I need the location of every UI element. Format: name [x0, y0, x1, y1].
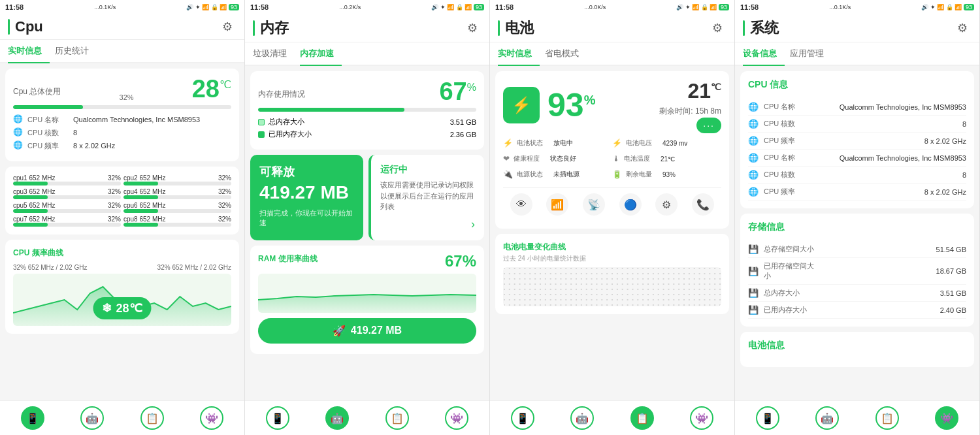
chart-label-left: 32% 652 MHz / 2.02 GHz: [13, 264, 87, 271]
accel-size: 419.27 MB: [259, 182, 354, 203]
accel-desc: 扫描完成，你现在可以开始加速: [259, 208, 354, 228]
bat-gear-icon[interactable]: ⚙: [712, 21, 727, 35]
cpu-chart-card: CPU 频率曲线 32% 652 MHz / 2.02 GHz 32% 652 …: [5, 240, 239, 334]
nav-settings-cpu[interactable]: 👾: [200, 406, 223, 430]
bat-icon-big: ⚡: [503, 87, 540, 123]
cpu-green-bar: [8, 19, 10, 35]
sys-gear-icon[interactable]: ⚙: [957, 21, 972, 35]
ram-chart-title: RAM 使用率曲线: [258, 253, 318, 265]
nav-cpu-cpu[interactable]: 🤖: [80, 406, 104, 430]
mem-header: 内存 ⚙: [245, 14, 489, 42]
nav-settings-bat[interactable]: 👾: [690, 406, 713, 430]
tab-device-sys[interactable]: 设备信息: [743, 42, 785, 66]
sys-cpu-row-0: 🌐 CPU 名称 Qualcomm Technologies, Inc MSM8…: [748, 99, 966, 116]
cpu-usage-pct-label: 32%: [120, 93, 134, 101]
tab-accel-mem[interactable]: 内存加速: [300, 42, 342, 66]
mem-used-label: 已用内存大小: [269, 129, 312, 139]
core-item-1: cpu2 652 MHz32%: [123, 174, 231, 185]
tab-junk-mem[interactable]: 垃圾清理: [253, 42, 295, 66]
bat-wifi-icon[interactable]: 📶: [546, 193, 568, 216]
bat-header: 电池 ⚙: [490, 14, 734, 42]
mem-total-dot: [258, 119, 265, 125]
cpu-percent-row: Cpu 总体使用 32% 28℃: [13, 76, 231, 101]
cpu-gear-icon[interactable]: ⚙: [222, 20, 237, 34]
temp-badge: ❄ 28℃: [93, 297, 151, 319]
sys-status-bar: 11:58 ...0.1K/s 🔊 ✦ 📶 🔒 📶 93: [735, 0, 979, 14]
nav-list-sys[interactable]: 📋: [875, 406, 899, 430]
sys-battery-card: 电池信息: [740, 332, 974, 367]
sys-storage-card: 存储信息 💾 总存储空间大小 51.54 GB 💾 已用存储空间大小 18.67…: [740, 214, 974, 327]
system-panel: 11:58 ...0.1K/s 🔊 ✦ 📶 🔒 📶 93 系统 ⚙ 设备信息 应…: [735, 0, 980, 435]
sys-time: 11:58: [740, 3, 759, 11]
nav-settings-sys[interactable]: 👾: [935, 406, 958, 430]
nav-list-cpu[interactable]: 📋: [140, 406, 164, 430]
core-item-3: cpu4 652 MHz32%: [123, 188, 231, 199]
svg-rect-1: [503, 267, 721, 306]
nav-cpu-sys[interactable]: 🤖: [815, 406, 839, 430]
bat-gear2-icon[interactable]: ⚙: [655, 193, 678, 216]
bat-eye-icon[interactable]: 👁: [510, 193, 532, 216]
memory-panel: 11:58 ...0.2K/s 🔊 ✦ 📶 🔒 📶 93 内存 ⚙ 垃圾清理 内…: [245, 0, 490, 435]
cpu-status-bar: 11:58 ...0.1K/s 🔊 ✦ 📶 🔒 📶 93: [0, 0, 244, 14]
nav-list-mem[interactable]: 📋: [385, 406, 409, 430]
mem-icons: 🔊 ✦ 📶 🔒 📶 93: [431, 4, 484, 10]
bat-row-3: 🌡 电池温度 21℃: [612, 152, 721, 165]
cpu-chart-area: ❄ 28℃: [13, 274, 231, 326]
bat-bt-icon[interactable]: 🔵: [619, 193, 642, 216]
tab-realtime-bat[interactable]: 实时信息: [498, 42, 540, 66]
sys-title: 系统: [750, 18, 957, 38]
cpu-temp-display: 28℃: [192, 76, 231, 101]
mem-total-item: 总内存大小 3.51 GB: [258, 117, 476, 127]
nav-settings-mem[interactable]: 👾: [445, 406, 468, 430]
sys-tabs: 设备信息 应用管理: [735, 42, 979, 66]
cpu-icons: 🔊 ✦ 📶 🔒 📶 93: [186, 4, 239, 10]
ram-chart-card: RAM 使用率曲线 67% 🚀: [250, 246, 484, 354]
mem-used-dot: [258, 131, 265, 138]
bat-tabs: 实时信息 省电模式: [490, 42, 734, 66]
core-item-5: cpu6 652 MHz32%: [123, 202, 231, 213]
sys-cpu-title: CPU 信息: [748, 79, 966, 93]
bat-bottom-nav: 📱 🤖 📋 👾: [490, 400, 734, 435]
mem-running-card: 运行中 该应用需要使用记录访问权限以便展示后台正在运行的应用列表 ›: [368, 155, 484, 240]
tab-apps-sys[interactable]: 应用管理: [790, 42, 832, 66]
cpu-title: Cpu: [15, 18, 222, 35]
cpu-chart-title: CPU 频率曲线: [13, 248, 231, 259]
cpu-globe-icon-0: 🌐: [13, 114, 24, 125]
sys-content: CPU 信息 🌐 CPU 名称 Qualcomm Technologies, I…: [735, 66, 979, 400]
nav-home-cpu[interactable]: 📱: [21, 406, 44, 430]
cpu-usage-label: Cpu 总体使用: [13, 86, 61, 97]
running-arrow[interactable]: ›: [471, 218, 475, 231]
nav-home-sys[interactable]: 📱: [756, 406, 779, 430]
bat-row-1: ⚡ 电池电压 4239 mv: [612, 137, 721, 150]
tab-history-cpu[interactable]: 历史统计: [55, 40, 97, 63]
nav-mem-mem[interactable]: 🤖: [325, 406, 349, 430]
bat-icons: 🔊 ✦ 📶 🔒 📶 93: [676, 4, 729, 10]
bat-row-4: 🔌 电源状态 未插电源: [503, 168, 612, 181]
mem-tabs: 垃圾清理 内存加速: [245, 42, 489, 66]
mem-content: 内存使用情况 67% 总内存大小 3.51 GB 已用内存大小 2.36 GB …: [245, 66, 489, 400]
bat-phone-icon[interactable]: 📞: [692, 193, 714, 216]
mem-total-value: 3.51 GB: [308, 118, 476, 126]
sys-icons: 🔊 ✦ 📶 🔒 📶 93: [921, 4, 974, 10]
bat-more-btn[interactable]: ···: [696, 118, 721, 133]
tab-power-bat[interactable]: 省电模式: [545, 42, 587, 66]
core-item-0: cpu1 652 MHz32%: [13, 174, 121, 185]
bat-curve-title: 电池电量变化曲线: [503, 242, 721, 253]
mem-bottom-nav: 📱 🤖 📋 👾: [245, 400, 489, 435]
accel-bottom-btn[interactable]: 🚀 419.27 MB: [258, 318, 476, 344]
core-item-6: cpu7 652 MHz32%: [13, 216, 121, 227]
cpu-panel: 11:58 ...0.1K/s 🔊 ✦ 📶 🔒 📶 93 Cpu ⚙ 实时信息 …: [0, 0, 245, 435]
nav-home-bat[interactable]: 📱: [511, 406, 534, 430]
tab-realtime-cpu[interactable]: 实时信息: [8, 40, 50, 63]
bat-signal-icon[interactable]: 📡: [583, 193, 605, 216]
cpu-bottom-nav: 📱 🤖 📋 👾: [0, 400, 244, 435]
cpu-signal: ...0.1K/s: [94, 4, 116, 10]
sys-stor-row-3: 💾 已用内存大小 2.40 GB: [748, 302, 966, 319]
nav-cpu-bat[interactable]: 🤖: [570, 406, 594, 430]
mem-green-bar: [253, 20, 255, 36]
mem-gear-icon[interactable]: ⚙: [467, 21, 482, 35]
nav-home-mem[interactable]: 📱: [266, 406, 289, 430]
mem-two-col: 可释放 419.27 MB 扫描完成，你现在可以开始加速 运行中 该应用需要使用…: [250, 155, 484, 246]
nav-bat-bat[interactable]: 📋: [630, 406, 654, 430]
mem-status-bar: 11:58 ...0.2K/s 🔊 ✦ 📶 🔒 📶 93: [245, 0, 489, 14]
